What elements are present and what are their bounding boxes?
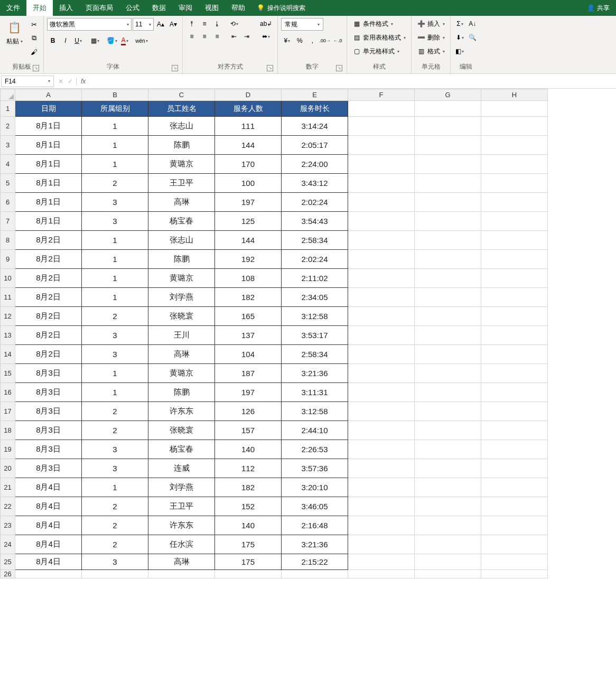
table-data-cell[interactable]: 8月3日 — [15, 402, 82, 421]
table-data-cell[interactable]: 3:12:58 — [282, 402, 348, 421]
table-data-cell[interactable]: 8月2日 — [15, 345, 82, 364]
cell[interactable] — [348, 231, 415, 250]
column-header-F[interactable]: F — [348, 89, 415, 101]
table-data-cell[interactable]: 张晓寰 — [148, 307, 215, 326]
table-data-cell[interactable]: 陈鹏 — [148, 136, 215, 155]
row-header-6[interactable]: 6 — [1, 193, 15, 212]
cell[interactable] — [348, 307, 415, 326]
comma-button[interactable]: , — [306, 35, 318, 46]
tab-data[interactable]: 数据 — [146, 0, 172, 16]
column-header-E[interactable]: E — [282, 89, 348, 101]
cell[interactable] — [348, 554, 415, 570]
cell[interactable] — [348, 516, 415, 535]
table-data-cell[interactable]: 3 — [82, 326, 148, 345]
cell[interactable] — [348, 117, 415, 136]
cell[interactable] — [348, 535, 415, 554]
table-data-cell[interactable]: 8月1日 — [15, 155, 82, 174]
table-data-cell[interactable]: 157 — [215, 421, 282, 440]
cell[interactable] — [348, 269, 415, 288]
table-data-cell[interactable]: 张志山 — [148, 231, 215, 250]
tab-page-layout[interactable]: 页面布局 — [79, 0, 119, 16]
find-select-button[interactable]: 🔍 — [466, 32, 478, 43]
table-data-cell[interactable]: 1 — [82, 136, 148, 155]
fill-button[interactable]: ⬇▾ — [454, 32, 465, 43]
table-data-cell[interactable]: 3:57:36 — [282, 459, 348, 478]
row-header-13[interactable]: 13 — [1, 326, 15, 345]
table-data-cell[interactable]: 137 — [215, 326, 282, 345]
table-data-cell[interactable]: 3 — [82, 345, 148, 364]
cell[interactable] — [481, 497, 548, 516]
tab-formulas[interactable]: 公式 — [119, 0, 146, 16]
cell[interactable] — [415, 364, 481, 383]
cell[interactable] — [415, 269, 481, 288]
cell[interactable] — [481, 421, 548, 440]
column-header-H[interactable]: H — [481, 89, 548, 101]
cell[interactable] — [415, 459, 481, 478]
table-data-cell[interactable]: 高琳 — [148, 345, 215, 364]
table-data-cell[interactable]: 8月2日 — [15, 288, 82, 307]
column-header-D[interactable]: D — [215, 89, 282, 101]
cell[interactable] — [348, 402, 415, 421]
table-data-cell[interactable]: 8月2日 — [15, 231, 82, 250]
cell[interactable] — [415, 117, 481, 136]
table-data-cell[interactable]: 108 — [215, 269, 282, 288]
table-data-cell[interactable]: 3:21:36 — [282, 535, 348, 554]
table-data-cell[interactable]: 王川 — [148, 326, 215, 345]
table-data-cell[interactable]: 2:24:00 — [282, 155, 348, 174]
cell[interactable] — [481, 570, 548, 578]
table-data-cell[interactable]: 2:15:22 — [282, 554, 348, 570]
sort-filter-button[interactable]: A↓ — [466, 18, 478, 30]
cell[interactable] — [415, 193, 481, 212]
table-data-cell[interactable]: 黄璐京 — [148, 155, 215, 174]
cell-styles-button[interactable]: ▢单元格样式▾ — [350, 45, 402, 57]
cell[interactable] — [415, 326, 481, 345]
table-data-cell[interactable]: 8月2日 — [15, 307, 82, 326]
table-data-cell[interactable]: 1 — [82, 117, 148, 136]
accounting-format-button[interactable]: ¥▾ — [281, 35, 293, 46]
copy-button[interactable]: ⧉ — [27, 32, 40, 44]
table-data-cell[interactable]: 黄璐京 — [148, 269, 215, 288]
table-data-cell[interactable]: 刘学燕 — [148, 288, 215, 307]
align-center-button[interactable]: ≡ — [199, 31, 210, 42]
table-data-cell[interactable]: 3:21:36 — [282, 364, 348, 383]
cell[interactable] — [348, 250, 415, 269]
table-data-cell[interactable]: 175 — [215, 535, 282, 554]
cell[interactable] — [481, 250, 548, 269]
table-data-cell[interactable]: 111 — [215, 117, 282, 136]
conditional-formatting-button[interactable]: ▦条件格式▾ — [350, 18, 395, 30]
cell[interactable] — [481, 269, 548, 288]
table-data-cell[interactable]: 1 — [82, 288, 148, 307]
cell[interactable] — [415, 250, 481, 269]
row-header-11[interactable]: 11 — [1, 288, 15, 307]
cut-button[interactable]: ✂ — [27, 18, 40, 31]
cell[interactable] — [481, 117, 548, 136]
decrease-indent-button[interactable]: ⇤ — [228, 31, 240, 42]
table-header-cell[interactable]: 员工姓名 — [148, 101, 215, 117]
font-color-button[interactable]: A▾ — [119, 35, 130, 46]
align-left-button[interactable]: ≡ — [186, 31, 198, 42]
table-data-cell[interactable]: 2 — [82, 174, 148, 193]
table-header-cell[interactable]: 服务时长 — [282, 101, 348, 117]
cell[interactable] — [148, 570, 215, 578]
cell[interactable] — [348, 212, 415, 231]
cell[interactable] — [481, 345, 548, 364]
table-data-cell[interactable]: 3:20:10 — [282, 478, 348, 497]
cell[interactable] — [481, 136, 548, 155]
cancel-formula-button[interactable]: ✕ — [58, 78, 63, 85]
cell[interactable] — [15, 570, 82, 578]
table-data-cell[interactable]: 126 — [215, 402, 282, 421]
cell[interactable] — [415, 535, 481, 554]
table-data-cell[interactable]: 3:54:43 — [282, 212, 348, 231]
cell[interactable] — [481, 364, 548, 383]
font-name-combo[interactable]: 微软雅黑▾ — [47, 18, 132, 31]
cell[interactable] — [481, 231, 548, 250]
cell[interactable] — [348, 364, 415, 383]
row-header-1[interactable]: 1 — [1, 101, 15, 117]
table-data-cell[interactable]: 1 — [82, 364, 148, 383]
table-data-cell[interactable]: 8月3日 — [15, 421, 82, 440]
cell[interactable] — [348, 383, 415, 402]
tell-me-search[interactable]: 💡 操作说明搜索 — [251, 0, 311, 16]
cell[interactable] — [348, 570, 415, 578]
table-data-cell[interactable]: 2 — [82, 402, 148, 421]
cell[interactable] — [415, 345, 481, 364]
